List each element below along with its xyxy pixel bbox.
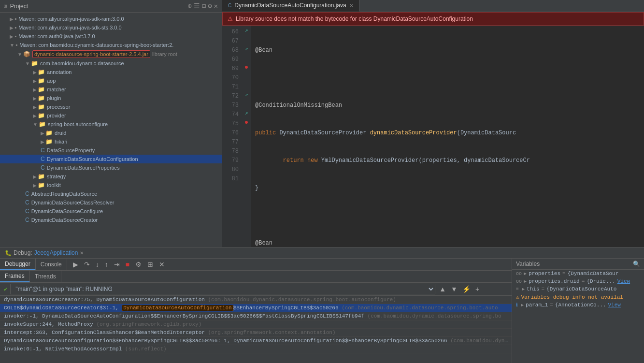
console-label: Console xyxy=(41,261,62,268)
gutter-green-68: ↗ xyxy=(245,45,248,52)
tree-item-maven1[interactable]: ▶ ▪ Maven: com.aliyun:aliyun-java-sdk-ra… xyxy=(0,15,222,23)
step-over-btn[interactable]: ↷ xyxy=(82,260,92,269)
folder-icon: 📁 xyxy=(38,95,45,102)
tree-item-druid[interactable]: ▶ 📁 druid xyxy=(0,129,222,137)
code-area: 66 67 68 69 69 70 71 72 73 74 75 76 77 7… xyxy=(222,26,644,247)
var-item-properties[interactable]: oo ▶ properties = {DynamicDataSour xyxy=(512,270,644,277)
tree-item-pkg1[interactable]: ▼ 📁 com.baomidou.dynamic.datasource xyxy=(0,59,222,68)
tree-item-plugin[interactable]: ▶ 📁 plugin xyxy=(0,94,222,102)
tree-label: DynamicDataSourceConfigure xyxy=(31,208,103,214)
nav-down-btn[interactable]: ▼ xyxy=(450,284,458,294)
arrow-icon: ▶ xyxy=(33,96,37,101)
vars-content: oo ▶ properties = {DynamicDataSour oo ▶ … xyxy=(512,270,644,363)
sync-icon[interactable]: ☰ xyxy=(194,2,200,10)
close-debug-btn[interactable]: ✕ xyxy=(157,260,167,269)
folder-icon: 📁 xyxy=(38,77,45,84)
tree-label: com.baomidou.dynamic.datasource xyxy=(40,60,124,66)
tree-item-dynamiccreator[interactable]: C DynamicDataSourceCreator xyxy=(0,216,222,224)
tree-item-hikari[interactable]: ▶ 📁 hikari xyxy=(0,137,222,146)
stack-frame-5[interactable]: DynamicDataSourceAutoConfiguration$$Enha… xyxy=(0,337,512,345)
vars-search-icon[interactable]: 🔍 xyxy=(633,261,640,267)
tree-item-toolkit[interactable]: ▶ 📁 toolkit xyxy=(0,181,222,189)
stack-frame-3[interactable]: invokeSuper:244, MethodProxy (org.spring… xyxy=(0,320,512,329)
frames-tab[interactable]: Frames xyxy=(0,271,30,282)
code-line-68: @ConditionalOnMissingBean xyxy=(255,101,640,110)
stop-btn[interactable]: ■ xyxy=(124,260,131,269)
folder-icon: 📁 xyxy=(38,69,45,75)
tree-item-dynamicdatasourceautoconfig[interactable]: C DynamicDataSourceAutoConfiguration xyxy=(0,155,222,163)
tree-item-matcher[interactable]: ▶ 📁 matcher xyxy=(0,85,222,94)
error-text: Library source does not match the byteco… xyxy=(236,15,473,22)
debug-tab-close-icon[interactable]: ✕ xyxy=(80,250,84,256)
tree-item-dynamicclassresolver[interactable]: C DynamicDataSourceClassResolver xyxy=(0,198,222,207)
tab-close-icon[interactable]: ✕ xyxy=(349,3,353,8)
code-line-66: @Bean xyxy=(255,46,640,55)
vars-header: Variables 🔍 xyxy=(512,259,644,270)
threads-tab[interactable]: Threads xyxy=(30,271,61,282)
var-item-param1[interactable]: ℹ ▶ param_1 = {AnnotationCo... View xyxy=(512,301,644,309)
code-content[interactable]: @Bean @ConditionalOnMissingBean public D… xyxy=(251,26,644,247)
settings-icon[interactable]: ⚙ xyxy=(208,2,212,10)
tree-item-dynamicdatasourceprops[interactable]: C DynamicDataSourceProperties xyxy=(0,163,222,172)
layout-btn[interactable]: ⊞ xyxy=(145,260,155,269)
filter-btn[interactable]: ⚡ xyxy=(461,284,472,294)
project-icon: ⊞ xyxy=(4,3,7,9)
run-to-cursor-btn[interactable]: ⇥ xyxy=(112,260,122,269)
thread-select[interactable]: "main"@1 in group "main": RUNNING xyxy=(10,284,435,294)
settings-btn[interactable]: ⚙ xyxy=(133,260,143,269)
tree-item-maven3[interactable]: ▶ ▪ Maven: com.auth0:java-jwt:3.7.0 xyxy=(0,32,222,41)
tree-item-maven2[interactable]: ▶ ▪ Maven: com.aliyun:aliyun-java-sdk-st… xyxy=(0,23,222,32)
stack-frame-6[interactable]: invoke:0:-1, NativeMethodAccessorImpl (s… xyxy=(0,345,512,353)
resume-btn[interactable]: ▶ xyxy=(71,260,80,269)
view-link-param1[interactable]: View xyxy=(608,302,620,308)
tree-item-datasourceproperty[interactable]: C DataSourceProperty xyxy=(0,146,222,155)
var-item-properties-druid[interactable]: oo ▶ properties.druid = {Druic... View xyxy=(512,277,644,285)
tree-item-aop[interactable]: ▶ 📁 aop xyxy=(0,76,222,85)
tree-item-strategy[interactable]: ▶ 📁 strategy xyxy=(0,172,222,181)
editor: C DynamicDataSourceAutoConfiguration.jav… xyxy=(222,0,644,247)
tree-item-dynamicconfigure[interactable]: C DynamicDataSourceConfigure xyxy=(0,207,222,216)
sidebar-header: ⊞ Project ⊕ ☰ ⊟ ⚙ ✕ xyxy=(0,0,222,13)
debug-toolbar-icons: ▶ ↷ ↓ ↑ ⇥ ■ ⚙ ⊞ ✕ xyxy=(71,259,167,270)
editor-tabs: C DynamicDataSourceAutoConfiguration.jav… xyxy=(222,0,644,12)
stack-frame-4[interactable]: intercept:363, ConfigurationClassEnhance… xyxy=(0,329,512,337)
maven-icon: ▪ xyxy=(14,24,16,31)
tree-item-annotation[interactable]: ▶ 📁 annotation xyxy=(0,68,222,76)
tree-item-processor[interactable]: ▶ 📁 processor xyxy=(0,102,222,111)
nav-up-btn[interactable]: ▲ xyxy=(438,284,447,294)
code-line-69a: public DynamicDataSourceProvider dynamic… xyxy=(255,129,640,138)
stack-frame-2[interactable]: invoker:-1, DynamicDataSourceAutoConfigu… xyxy=(0,312,512,320)
stack-frame-1[interactable]: CGLIB$dynamicDataSourceCreator$3:-1, Dyn… xyxy=(0,304,512,312)
debug-app-name[interactable]: JeecgApplication xyxy=(34,249,78,256)
tree-item-provider[interactable]: ▶ 📁 provider xyxy=(0,111,222,120)
debug-tab-console[interactable]: Console xyxy=(36,259,67,270)
class-icon: C xyxy=(25,208,29,215)
editor-tab-main[interactable]: C DynamicDataSourceAutoConfiguration.jav… xyxy=(222,0,359,12)
code-line-67 xyxy=(255,73,640,83)
debug-icon: 🐛 xyxy=(5,250,12,256)
folder-icon: 📁 xyxy=(39,121,46,128)
var-item-this[interactable]: ≡ ▶ this = {DynamicDataSourceAuto xyxy=(512,285,644,293)
debug-text: Debug: xyxy=(14,249,32,256)
view-link-druid[interactable]: View xyxy=(617,278,630,284)
close-icon[interactable]: ✕ xyxy=(214,2,218,10)
tree-item-jar1[interactable]: ▼ 📦 dynamic-datasource-spring-boot-start… xyxy=(0,49,222,59)
stack-frame-0[interactable]: dynamicDataSourceCreator:75, DynamicData… xyxy=(0,296,512,304)
tree-item-abstractrouting[interactable]: C AbstractRoutingDataSource xyxy=(0,189,222,198)
tree-item-spring-boot[interactable]: ▼ 📁 spring.boot.autoconfigure xyxy=(0,120,222,129)
gutter-red-69: ● xyxy=(244,63,248,71)
debug-tabs-bar: 🐛 Debug: JeecgApplication ✕ xyxy=(0,247,644,259)
debug-right: Variables 🔍 oo ▶ properties = {DynamicDa… xyxy=(512,259,644,363)
collapse-icon[interactable]: ⊟ xyxy=(202,2,206,10)
class-icon: C xyxy=(25,199,29,206)
gutter-green-74: ↗ xyxy=(245,110,248,116)
line-numbers: 66 67 68 69 69 70 71 72 73 74 75 76 77 7… xyxy=(222,26,242,247)
debug-tab-debugger[interactable]: Debugger xyxy=(0,259,36,270)
step-out-btn[interactable]: ↑ xyxy=(103,260,110,269)
tree-item-maven4[interactable]: ▼ ▪ Maven: com.baomidou:dynamic-datasour… xyxy=(0,41,222,49)
step-into-btn[interactable]: ↓ xyxy=(94,260,101,269)
add-icon[interactable]: ⊕ xyxy=(187,2,191,10)
arrow-icon: ▶ xyxy=(10,25,14,30)
add-frame-btn[interactable]: + xyxy=(474,284,480,294)
status-bar: ✔ "main"@1 in group "main": RUNNING ▲ ▼ … xyxy=(0,283,512,296)
